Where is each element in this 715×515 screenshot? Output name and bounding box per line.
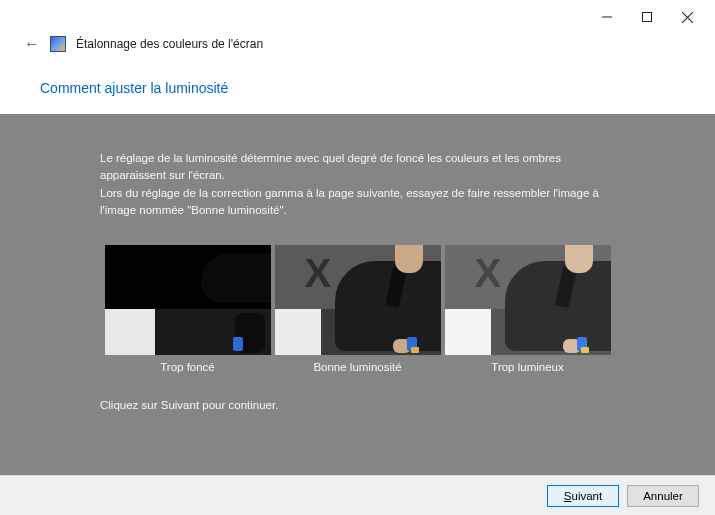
app-icon (50, 36, 66, 52)
next-button[interactable]: Suivant (547, 485, 619, 507)
content-area: Le réglage de la luminosité détermine av… (0, 114, 715, 482)
page-title: Comment ajuster la luminosité (0, 60, 715, 96)
description-line-2: Lors du réglage de la correction gamma à… (100, 187, 599, 216)
description-line-1: Le réglage de la luminosité détermine av… (100, 152, 561, 181)
example-good: X Bonne luminosité (275, 245, 441, 373)
back-arrow-icon[interactable]: ← (24, 36, 40, 52)
next-rest: uivant (571, 490, 602, 502)
example-too-light: X Trop lumineux (445, 245, 611, 373)
button-bar: Suivant Annuler (0, 475, 715, 515)
example-image-dark (105, 245, 271, 355)
cancel-button[interactable]: Annuler (627, 485, 699, 507)
example-images-row: Trop foncé X Bonne luminosité X (100, 245, 615, 373)
description-text: Le réglage de la luminosité détermine av… (100, 150, 615, 219)
svg-rect-1 (643, 13, 652, 22)
caption-too-light: Trop lumineux (491, 361, 563, 373)
minimize-button[interactable] (587, 6, 627, 28)
example-too-dark: Trop foncé (105, 245, 271, 373)
example-image-light: X (445, 245, 611, 355)
close-button[interactable] (667, 6, 707, 28)
maximize-button[interactable] (627, 6, 667, 28)
example-image-good: X (275, 245, 441, 355)
window-titlebar (0, 0, 715, 32)
caption-too-dark: Trop foncé (160, 361, 215, 373)
caption-good: Bonne luminosité (313, 361, 401, 373)
window-title: Étalonnage des couleurs de l'écran (76, 37, 263, 51)
cancel-label: Annuler (643, 490, 683, 502)
continue-hint: Cliquez sur Suivant pour continuer. (100, 399, 615, 411)
header-row: ← Étalonnage des couleurs de l'écran (0, 32, 715, 60)
